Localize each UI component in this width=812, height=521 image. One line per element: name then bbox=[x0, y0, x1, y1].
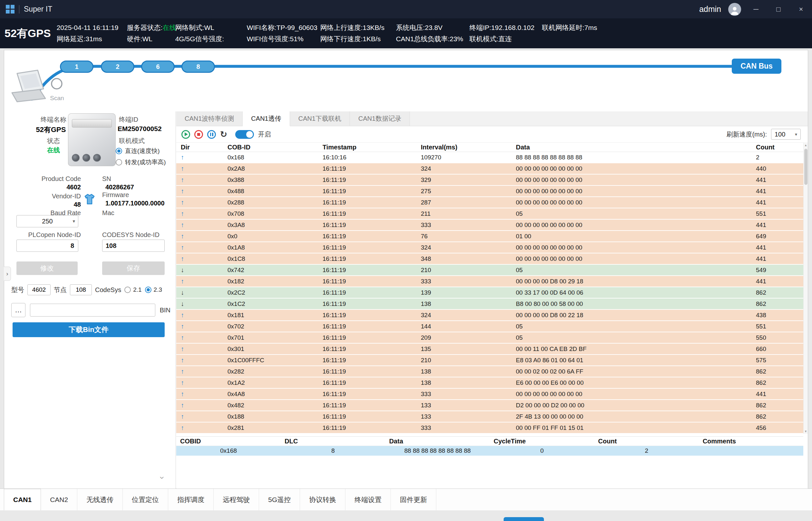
table-row[interactable]: ↓0x74216:11:1921005549 bbox=[176, 265, 803, 276]
user-name[interactable]: admin bbox=[699, 4, 721, 14]
pause-button[interactable] bbox=[207, 130, 216, 139]
link-mode-direct-radio[interactable]: 直连(速度快) bbox=[116, 147, 160, 155]
browse-button[interactable]: … bbox=[11, 303, 25, 317]
download-bin-button[interactable]: 下载Bin文件 bbox=[13, 322, 164, 337]
summary-row[interactable]: 0x168888 88 88 88 88 88 88 8802 bbox=[176, 446, 803, 456]
cell-count: 441 bbox=[751, 391, 803, 398]
bottom-tab[interactable]: CAN2 bbox=[41, 489, 77, 511]
scrollbar-up-icon[interactable]: ▴ bbox=[805, 142, 807, 148]
link-mode-forward-radio[interactable]: 转发(成功率高) bbox=[116, 158, 166, 166]
table-row[interactable]: ↑0x48216:11:19133D2 00 00 00 D2 00 00 00… bbox=[176, 400, 803, 411]
app-window: Super IT admin ─ □ × 52有GPS 2025-04-11 1… bbox=[0, 0, 812, 521]
maximize-button[interactable]: □ bbox=[771, 5, 786, 14]
bottom-tab[interactable]: 5G遥控 bbox=[259, 489, 300, 511]
table-row[interactable]: ↑0x38816:11:1932900 00 00 00 00 00 00 00… bbox=[176, 175, 803, 186]
scan-icon[interactable] bbox=[51, 78, 62, 89]
table-row[interactable]: ↑0x70816:11:1921105551 bbox=[176, 208, 803, 220]
cell-timestamp: 16:11:19 bbox=[318, 188, 416, 195]
person-icon bbox=[729, 5, 740, 16]
cell-interval: 133 bbox=[416, 413, 511, 420]
user-avatar[interactable] bbox=[728, 3, 741, 16]
table-row[interactable]: ↑0x2A816:11:1932400 00 00 00 00 00 00 00… bbox=[176, 163, 803, 175]
can-tab[interactable]: CAN1数据记录 bbox=[350, 111, 410, 126]
panel-collapse-handle[interactable]: › bbox=[4, 267, 11, 281]
node-input[interactable] bbox=[70, 284, 92, 295]
bottom-tab[interactable]: 无线透传 bbox=[77, 489, 123, 511]
column-header: COBID bbox=[176, 437, 281, 445]
cell-interval: 287 bbox=[416, 199, 511, 206]
codesys-node-id-input[interactable] bbox=[102, 240, 164, 252]
cell-interval: 133 bbox=[416, 402, 511, 409]
minimize-button[interactable]: ─ bbox=[748, 5, 764, 14]
node-chip[interactable]: 8 bbox=[181, 61, 215, 73]
scrollbar-down-icon[interactable]: ▾ bbox=[805, 429, 807, 434]
cell-data: 00 33 17 00 0D 64 00 06 bbox=[511, 289, 751, 296]
cell-count: 441 bbox=[751, 244, 803, 251]
table-row[interactable]: ↓0x1C216:11:19138B8 00 80 00 00 58 00 00… bbox=[176, 298, 803, 310]
table-row[interactable]: ↑0x28816:11:1928700 00 00 00 00 00 00 00… bbox=[176, 197, 803, 208]
status-hardware: 硬件:WL bbox=[127, 35, 175, 43]
bottom-tab[interactable]: 固件更新 bbox=[391, 489, 436, 511]
codesys-23-radio[interactable]: 2.3 bbox=[145, 286, 162, 293]
can-tab[interactable]: CAN1透传 bbox=[243, 111, 290, 126]
refresh-icon[interactable]: ↻ bbox=[220, 130, 227, 138]
table-row[interactable]: ↑0x70116:11:1920905550 bbox=[176, 332, 803, 344]
plcopen-node-id-input[interactable] bbox=[17, 240, 78, 252]
table-row[interactable]: ↑0x1C816:11:1934800 00 00 00 00 00 00 00… bbox=[176, 253, 803, 265]
modify-button[interactable]: 修改 bbox=[17, 262, 78, 275]
close-button[interactable]: × bbox=[793, 5, 809, 14]
can-tab[interactable]: CAN1波特率侦测 bbox=[176, 111, 243, 126]
table-row[interactable]: ↑0x3A816:11:1933300 00 00 00 00 00 00 00… bbox=[176, 220, 803, 231]
bottom-tab[interactable]: 终端设置 bbox=[346, 489, 391, 511]
table-row[interactable]: ↑0x1A216:11:19138E6 00 00 00 E6 00 00 00… bbox=[176, 378, 803, 389]
table-row[interactable]: ↑0x28216:11:1913800 00 02 00 02 00 6A FF… bbox=[176, 366, 803, 378]
stop-button[interactable] bbox=[194, 130, 203, 139]
bottom-tab[interactable]: CAN1 bbox=[4, 489, 41, 511]
bottom-tab[interactable]: 位置定位 bbox=[123, 489, 168, 511]
cell-interval: 210 bbox=[416, 267, 511, 274]
baud-rate-select[interactable]: 250 ▾ bbox=[17, 215, 78, 227]
play-button[interactable] bbox=[181, 130, 190, 139]
table-row[interactable]: ↑0x30116:11:1913500 00 11 00 CA EB 2D BF… bbox=[176, 344, 803, 355]
status-network-delay: 网络延迟:31ms bbox=[57, 35, 127, 43]
can-tab[interactable]: CAN1下载联机 bbox=[290, 111, 350, 126]
cell-count: 862 bbox=[751, 402, 803, 409]
save-button[interactable]: 保存 bbox=[102, 262, 164, 275]
table-scrollbar[interactable]: ▴ ▾ bbox=[803, 142, 808, 434]
cell-interval: 324 bbox=[416, 165, 511, 172]
table-row[interactable]: ↑0x16816:10:1610927088 88 88 88 88 88 88… bbox=[176, 152, 803, 163]
enable-toggle[interactable] bbox=[235, 130, 254, 139]
table-row[interactable]: ↑0x28116:11:1933300 00 FF 01 FF 01 15 01… bbox=[176, 423, 803, 434]
table-row[interactable]: ↑0x016:11:197601 00649 bbox=[176, 231, 803, 242]
codesys-21-radio[interactable]: 2.1 bbox=[124, 286, 141, 293]
bottom-tab[interactable]: 远程驾驶 bbox=[214, 489, 259, 511]
table-row[interactable]: ↑0x70216:11:1914405551 bbox=[176, 321, 803, 332]
refresh-rate-select[interactable]: 100 ▾ bbox=[771, 129, 801, 140]
bottom-tab[interactable]: 协议转换 bbox=[300, 489, 346, 511]
table-row[interactable]: ↑0x1A816:11:1932400 00 00 00 00 00 00 00… bbox=[176, 242, 803, 253]
table-row[interactable]: ↑0x18816:11:191332F 4B 13 00 00 00 00 00… bbox=[176, 411, 803, 423]
scrollbar-thumb[interactable] bbox=[804, 149, 808, 185]
node-chip[interactable]: 2 bbox=[101, 61, 134, 73]
node-chip[interactable]: 1 bbox=[60, 61, 93, 73]
cell-count: 2 bbox=[594, 447, 699, 454]
model-input[interactable] bbox=[27, 284, 50, 295]
node-chip[interactable]: 6 bbox=[141, 61, 175, 73]
table-row[interactable]: ↑0x1C00FFFC16:11:19210E8 03 A0 86 01 00 … bbox=[176, 355, 803, 366]
table-row[interactable]: ↓0x2C216:11:1913900 33 17 00 0D 64 00 06… bbox=[176, 287, 803, 298]
scan-label[interactable]: Scan bbox=[47, 95, 67, 102]
codesys-21-label: 2.1 bbox=[133, 286, 141, 293]
scroll-down-chevron-icon[interactable]: › bbox=[157, 476, 167, 479]
table-row[interactable]: ↑0x18116:11:1932400 00 00 00 D8 00 22 18… bbox=[176, 310, 803, 321]
bin-path-input[interactable] bbox=[30, 304, 155, 317]
cell-interval: 135 bbox=[416, 345, 511, 353]
table-row[interactable]: ↑0x4A816:11:1933300 00 00 00 00 00 00 00… bbox=[176, 389, 803, 400]
table-row[interactable]: ↑0x18216:11:1933300 00 00 00 D8 00 29 18… bbox=[176, 276, 803, 287]
table-row[interactable]: ↑0x48816:11:1927500 00 00 00 00 00 00 00… bbox=[176, 186, 803, 197]
cell-interval: 138 bbox=[416, 300, 511, 308]
cell-timestamp: 16:11:19 bbox=[318, 165, 416, 172]
plcopen-node-id-label: PLCopen Node-ID bbox=[4, 231, 81, 239]
bottom-tab[interactable]: 指挥调度 bbox=[168, 489, 214, 511]
can-bus-chip[interactable]: CAN Bus bbox=[732, 59, 782, 74]
cell-cob-id: 0x2A8 bbox=[223, 165, 318, 172]
